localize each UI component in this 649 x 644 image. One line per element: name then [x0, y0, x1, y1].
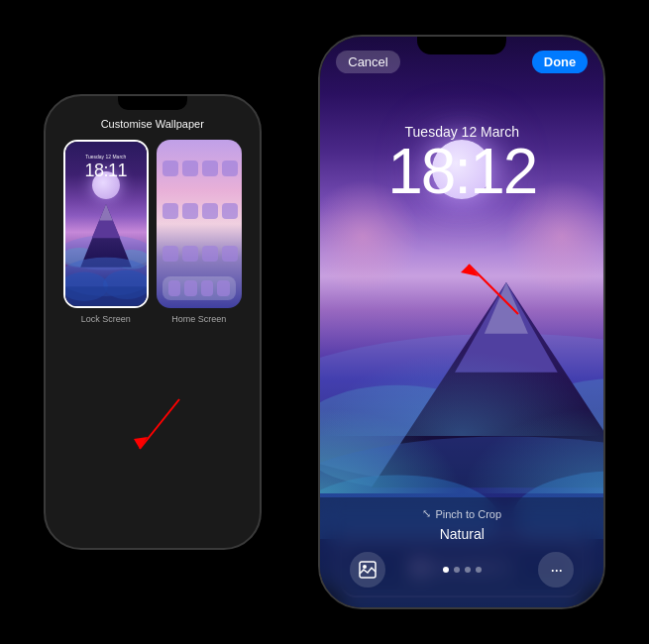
dot-1 — [443, 567, 449, 573]
app-icon — [202, 203, 218, 219]
dock-icon — [201, 280, 214, 296]
cancel-button[interactable]: Cancel — [336, 51, 399, 73]
app-icon — [222, 246, 238, 262]
done-button[interactable]: Done — [532, 51, 589, 73]
mini-time: 18:11 — [84, 161, 127, 181]
more-icon: ··· — [550, 561, 562, 579]
svg-line-21 — [469, 265, 518, 314]
wallpaper-svg — [358, 560, 378, 580]
dock-icon — [217, 280, 230, 296]
home-screen-preview[interactable] — [157, 140, 242, 308]
screens-row: Tuesday 12 March 18:11 — [54, 140, 252, 548]
left-phone: Customise Wallpaper Tuesday 12 March 18:… — [44, 94, 262, 550]
dot-3 — [465, 567, 471, 573]
filter-label: Natural — [440, 526, 485, 542]
right-time: 18:12 — [387, 140, 536, 203]
pinch-icon: ⤡ — [422, 507, 431, 520]
more-button[interactable]: ··· — [538, 552, 574, 588]
app-icon — [182, 203, 198, 219]
right-notch — [417, 37, 506, 54]
lock-screen-preview[interactable]: Tuesday 12 March 18:11 — [63, 140, 149, 308]
red-arrow-right — [439, 245, 538, 324]
dock — [162, 276, 236, 300]
dot-2 — [454, 567, 460, 573]
left-notch — [118, 96, 187, 110]
svg-rect-9 — [65, 286, 147, 306]
bottom-bar: ⤡ Pinch to Crop Natural — [320, 497, 603, 607]
svg-point-24 — [363, 565, 367, 569]
lock-screen-label: Lock Screen — [81, 314, 131, 324]
app-icon — [202, 161, 218, 176]
app-icon — [162, 161, 178, 176]
svg-marker-5 — [99, 204, 112, 221]
main-container: Customise Wallpaper Tuesday 12 March 18:… — [0, 0, 649, 644]
pinch-label: Pinch to Crop — [435, 508, 501, 520]
dot-4 — [476, 567, 482, 573]
app-icon — [222, 203, 238, 219]
wallpaper-icon[interactable] — [350, 552, 385, 588]
app-icon — [182, 246, 198, 262]
app-icon — [202, 246, 218, 262]
app-grid — [162, 150, 236, 272]
pinch-to-crop: ⤡ Pinch to Crop — [422, 507, 501, 520]
right-content-overlay: Cancel Done Tuesday 12 March 18:12 + ADD… — [320, 37, 603, 607]
app-icon — [182, 161, 198, 176]
bottom-controls: ··· — [340, 552, 584, 588]
mini-date: Tuesday 12 March — [85, 154, 126, 160]
dock-icon — [184, 280, 197, 296]
dock-icon — [168, 280, 181, 296]
home-screen-label: Home Screen — [171, 314, 226, 324]
mountain-svg — [65, 199, 147, 306]
top-bar: Cancel Done — [320, 37, 603, 76]
page-dots — [443, 567, 482, 573]
right-phone: Cancel Done Tuesday 12 March 18:12 + ADD… — [318, 35, 605, 609]
customise-wallpaper-title: Customise Wallpaper — [101, 118, 204, 130]
app-icon — [162, 246, 178, 262]
app-icon — [222, 161, 238, 176]
svg-line-10 — [140, 399, 179, 449]
red-arrow-left — [120, 389, 199, 469]
app-icon — [162, 203, 178, 219]
